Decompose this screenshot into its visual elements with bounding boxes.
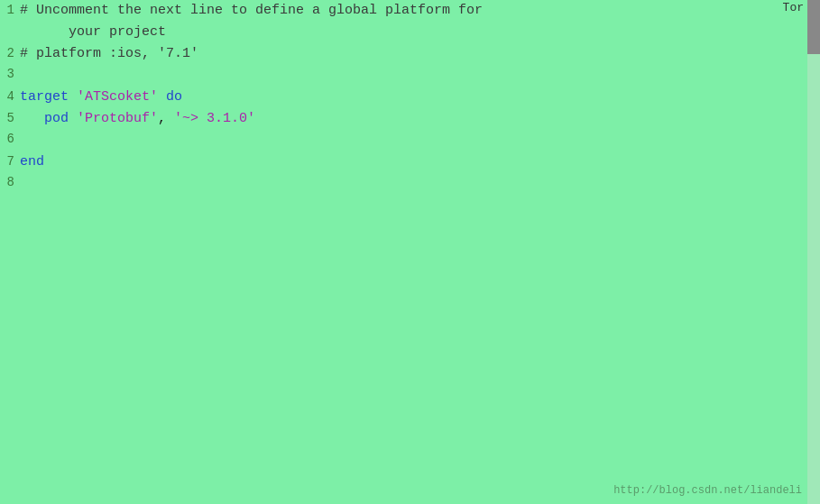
code-line-1: 1 # Uncomment the next line to define a …	[0, 0, 820, 22]
comment-span: your project	[20, 24, 166, 40]
line-content-2: # platform :ios, '7.1'	[20, 43, 820, 64]
scrollbar-thumb[interactable]	[807, 0, 820, 54]
top-right-label: Tor	[781, 0, 806, 15]
line-number-6: 6	[0, 130, 20, 150]
line-content-1: # Uncomment the next line to define a gl…	[20, 0, 820, 21]
line-content-7: end	[20, 151, 820, 172]
line-number-8: 8	[0, 173, 20, 193]
line-number-7: 7	[0, 152, 20, 172]
code-editor: 1 # Uncomment the next line to define a …	[0, 0, 820, 504]
code-line-3: 3	[0, 65, 820, 87]
keyword-end: end	[20, 154, 44, 170]
code-line-1b: your project	[0, 22, 820, 43]
string-span: 'ATScoket'	[77, 89, 158, 105]
keyword-span: pod	[44, 111, 69, 126]
scrollbar[interactable]	[807, 0, 820, 504]
line-content-4: target 'ATScoket' do	[20, 87, 820, 107]
string-span: '~> 3.1.0'	[174, 111, 255, 126]
code-line-4: 4 target 'ATScoket' do	[0, 87, 820, 108]
line-number-1: 1	[0, 1, 20, 21]
code-line-8: 8	[0, 173, 820, 195]
string-span: 'Protobuf'	[77, 111, 158, 126]
line-content-5: pod 'Protobuf', '~> 3.1.0'	[20, 108, 820, 129]
line-number-4: 4	[0, 87, 20, 107]
line-number-5: 5	[0, 109, 20, 129]
keyword-span: do	[166, 89, 182, 105]
comment-span: # Uncomment the next line to define a gl…	[20, 3, 483, 18]
code-line-6: 6	[0, 130, 820, 151]
keyword-span: target	[20, 89, 69, 105]
code-line-2: 2 # platform :ios, '7.1'	[0, 43, 820, 65]
code-line-5: 5 pod 'Protobuf', '~> 3.1.0'	[0, 108, 820, 130]
code-line-7: 7 end	[0, 151, 820, 173]
line-content-1b: your project	[20, 22, 820, 42]
watermark: http://blog.csdn.net/liandeli	[613, 484, 802, 497]
line-number-2: 2	[0, 44, 20, 64]
comment-span: # platform :ios, '7.1'	[20, 46, 198, 61]
line-number-3: 3	[0, 65, 20, 85]
